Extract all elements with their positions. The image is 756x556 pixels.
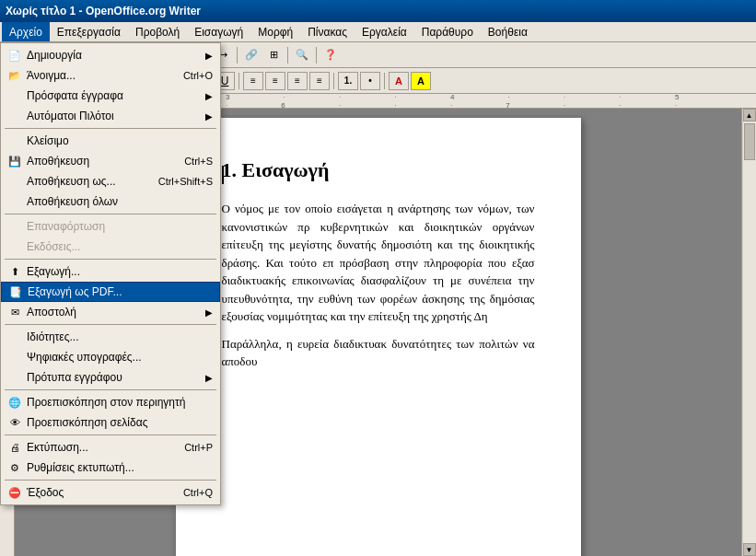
menu-saveas[interactable]: Αποθήκευση ως... Ctrl+Shift+S [1,171,220,191]
pdf-icon: 📑 [7,284,24,300]
title-bar: Χωρίς τίτλο 1 - OpenOffice.org Writer [0,0,756,22]
highlight-btn[interactable]: A [411,72,431,90]
menu-format[interactable]: Μορφή [250,22,300,41]
sep6 [5,434,216,435]
new-icon: 📄 [6,47,23,64]
sep7 [5,480,216,481]
preview-page-icon: 👁 [6,414,23,431]
menu-help[interactable]: Βοήθεια [481,22,535,41]
sep-f4 [384,73,385,89]
menu-printersetup[interactable]: ⚙ Ρυθμίσεις εκτυπωτή... [1,458,220,478]
menu-table[interactable]: Πίνακας [300,22,355,41]
save-icon: 💾 [6,153,23,169]
menu-file[interactable]: Αρχείο [2,22,50,41]
document-paragraph2[interactable]: Παράλληλα, η ευρεία διαδικτυακ δυνατότητ… [222,335,535,371]
menu-exit[interactable]: ⛔ Έξοδος Ctrl+Q [1,482,220,503]
numbering-btn[interactable]: 1. [338,72,358,90]
document-page: 1. Εισαγωγή Ο νόμος με τον οποίο εισάγετ… [176,118,581,556]
arrow-icon2: ▶ [205,91,213,101]
arrow-icon4: ▶ [205,307,213,318]
menu-export[interactable]: ⬆ Εξαγωγή... [1,261,220,282]
menu-preview-page[interactable]: 👁 Προεπισκόπηση σελίδας [1,412,220,433]
document-paragraph1[interactable]: Ο νόμος με τον οποίο εισάγεται η ανάρτησ… [222,200,535,326]
exit-icon: ⛔ [6,484,23,501]
font-color-btn[interactable]: A [389,72,409,90]
scrollbar-up-btn[interactable]: ▲ [743,109,756,122]
align-right-btn[interactable]: ≡ [287,72,308,90]
menu-bar: Αρχείο Επεξεργασία Προβολή Εισαγωγή Μορφ… [0,22,756,42]
find-btn[interactable]: 🔍 [292,45,312,65]
sep1 [5,128,216,129]
menu-reload: Επαναφόρτωση [1,216,220,237]
file-dropdown-menu: 📄 Δημιουργία ▶ 📂 Άνοιγμα... Ctrl+O Πρόσφ… [0,42,221,505]
menu-open[interactable]: 📂 Άνοιγμα... Ctrl+O [1,65,220,86]
align-justify-btn[interactable]: ≡ [309,72,330,90]
sep-t6 [316,47,317,64]
open-icon: 📂 [6,67,23,84]
title-text: Χωρίς τίτλο 1 - OpenOffice.org Writer [6,5,201,17]
menu-tools[interactable]: Εργαλεία [355,22,414,41]
arrow-icon5: ▶ [205,373,213,383]
menu-window[interactable]: Παράθυρο [414,22,481,41]
sep2 [5,214,216,214]
menu-send[interactable]: ✉ Αποστολή ▶ [1,302,220,322]
sep5 [5,389,216,390]
menu-templates[interactable]: Πρότυπα εγγράφου ▶ [1,367,220,388]
menu-preview-browser[interactable]: 🌐 Προεπισκόπηση στον περιηγητή [1,392,220,412]
print-icon: 🖨 [6,439,23,456]
menu-signatures[interactable]: Ψηφιακές υπογραφές... [1,347,220,367]
hyperlink-btn[interactable]: 🔗 [241,45,262,65]
sep-t4 [237,47,238,64]
sep-f2 [238,73,239,89]
menu-properties[interactable]: Ιδιότητες... [1,327,220,347]
document-heading: 1. Εισαγωγή [222,155,535,185]
align-left-btn[interactable]: ≡ [243,72,263,90]
bullets-btn[interactable]: • [360,72,380,90]
menu-view[interactable]: Προβολή [128,22,187,41]
arrow-icon: ▶ [205,51,213,61]
menu-recent[interactable]: Πρόσφατα έγγραφα ▶ [1,86,220,106]
scrollbar-vertical[interactable]: ▲ ▼ [741,109,756,556]
align-center-btn[interactable]: ≡ [265,72,285,90]
menu-new[interactable]: 📄 Δημιουργία ▶ [1,45,220,65]
sep-t5 [287,47,288,64]
help-btn[interactable]: ❓ [320,45,341,65]
sep4 [5,324,216,325]
menu-versions: Εκδόσεις... [1,237,220,257]
send-icon: ✉ [6,304,23,320]
text-cursor [222,166,224,184]
export-icon: ⬆ [6,263,23,280]
menu-edit[interactable]: Επεξεργασία [50,22,128,41]
scrollbar-down-btn[interactable]: ▼ [743,543,756,556]
menu-close[interactable]: Κλείσιμο [1,131,220,151]
table-btn[interactable]: ⊞ [263,45,284,65]
menu-print[interactable]: 🖨 Εκτύπωση... Ctrl+P [1,437,220,458]
preview-browser-icon: 🌐 [6,394,23,411]
scrollbar-track[interactable] [743,122,756,543]
menu-exportpdf[interactable]: 📑 Εξαγωγή ως PDF... [1,282,220,302]
sep3 [5,259,216,260]
sep-f3 [333,73,334,89]
menu-save[interactable]: 💾 Αποθήκευση Ctrl+S [1,151,220,171]
menu-saveall[interactable]: Αποθήκευση όλων [1,191,220,212]
scrollbar-thumb[interactable] [744,123,755,160]
printer-settings-icon: ⚙ [6,459,23,476]
arrow-icon3: ▶ [205,111,213,122]
menu-autopilot[interactable]: Αυτόματοι Πιλότοι ▶ [1,106,220,126]
menu-insert[interactable]: Εισαγωγή [187,22,250,41]
